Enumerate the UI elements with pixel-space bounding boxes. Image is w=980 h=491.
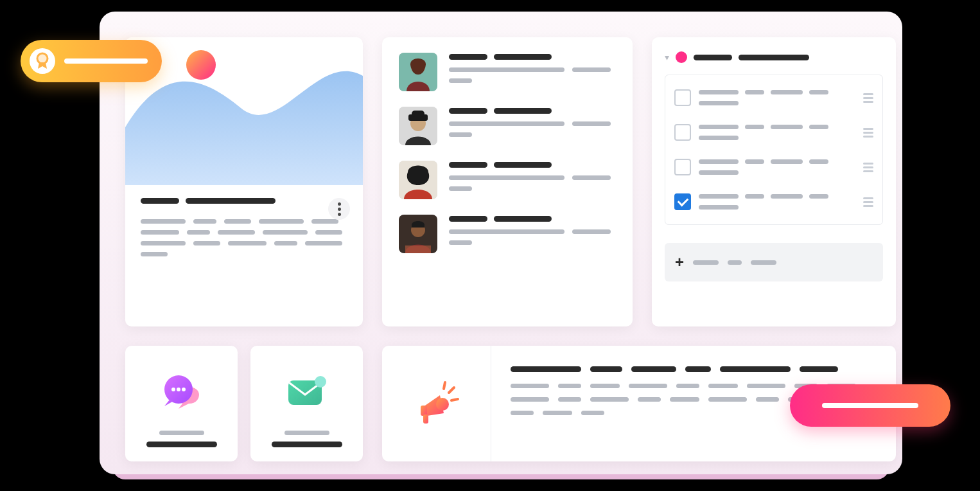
task-row[interactable]	[665, 150, 882, 184]
svg-rect-19	[423, 415, 428, 424]
svg-point-17	[315, 376, 326, 388]
dashboard-board: ▾	[100, 12, 902, 474]
checkbox[interactable]	[674, 159, 691, 175]
svg-line-23	[444, 382, 445, 389]
avatar	[399, 215, 437, 253]
chat-icon	[159, 373, 204, 411]
task-list-card: ▾	[652, 37, 896, 326]
task-section-header[interactable]: ▾	[665, 51, 883, 63]
avatar	[399, 107, 437, 145]
svg-rect-18	[421, 406, 427, 416]
svg-point-20	[436, 398, 449, 411]
task-row[interactable]	[665, 80, 882, 115]
achievement-badge[interactable]	[21, 40, 162, 82]
chevron-down-icon: ▾	[665, 52, 669, 62]
more-menu-button[interactable]	[328, 198, 350, 220]
list-item[interactable]	[399, 215, 616, 253]
svg-point-25	[37, 53, 48, 64]
drag-handle-icon[interactable]	[863, 197, 873, 207]
person-title	[449, 108, 616, 114]
floating-action-pill[interactable]	[790, 384, 950, 427]
status-dot-icon	[676, 51, 687, 63]
mail-tile[interactable]	[250, 346, 363, 461]
svg-point-14	[177, 388, 180, 391]
people-list-card	[382, 37, 633, 326]
svg-rect-6	[412, 111, 424, 117]
svg-line-21	[449, 388, 454, 393]
drag-handle-icon[interactable]	[863, 128, 873, 138]
chart-card	[125, 37, 363, 326]
drag-handle-icon[interactable]	[863, 93, 873, 103]
add-task-button[interactable]: +	[665, 243, 883, 281]
megaphone-icon	[412, 379, 462, 429]
chat-tile[interactable]	[125, 346, 238, 461]
plus-icon: +	[675, 253, 684, 271]
svg-point-15	[182, 388, 186, 391]
person-title	[449, 162, 616, 168]
svg-rect-11	[405, 246, 431, 253]
task-row[interactable]	[665, 115, 882, 150]
mail-icon	[284, 374, 329, 410]
drag-handle-icon[interactable]	[863, 163, 873, 172]
checkbox[interactable]	[674, 193, 691, 210]
person-title	[449, 216, 616, 222]
ribbon-icon	[30, 48, 55, 74]
checkbox[interactable]	[674, 89, 691, 106]
list-item[interactable]	[399, 53, 616, 91]
avatar	[399, 161, 437, 199]
svg-point-13	[171, 388, 175, 391]
list-item[interactable]	[399, 161, 616, 199]
chart-description	[141, 219, 347, 256]
sun-icon	[186, 50, 216, 80]
checkbox[interactable]	[674, 124, 691, 141]
task-list	[665, 75, 883, 225]
list-item[interactable]	[399, 107, 616, 145]
person-title	[449, 54, 616, 60]
avatar	[399, 53, 437, 91]
svg-line-22	[451, 399, 458, 400]
task-row[interactable]	[665, 184, 882, 219]
chart-title	[141, 198, 347, 204]
announcement-title	[511, 366, 877, 372]
